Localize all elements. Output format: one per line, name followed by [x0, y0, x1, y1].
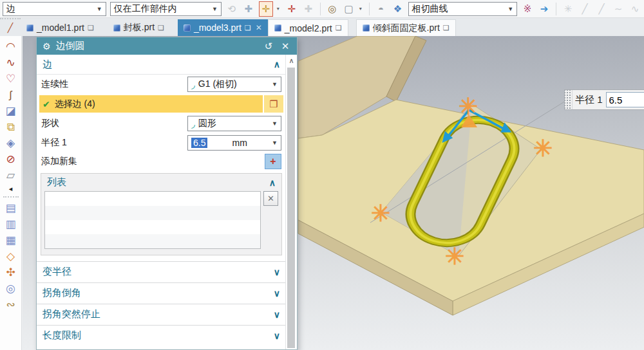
- selection-scope-icon[interactable]: ※: [521, 2, 534, 16]
- close-icon[interactable]: ✕: [256, 23, 262, 32]
- chevron-down-icon[interactable]: ∨: [274, 331, 280, 341]
- scope-filter-dropdown[interactable]: 仅在工作部件内 ▼: [110, 2, 222, 16]
- scroll-up-icon[interactable]: ∧: [286, 55, 297, 66]
- fillet-shape-icon: ◞: [191, 119, 195, 129]
- toolbar-separator: [369, 3, 370, 15]
- tab-model3-active[interactable]: _model3.prt ❏ ✕: [178, 19, 268, 36]
- collapse-arrow-icon[interactable]: ◂: [3, 183, 19, 194]
- dialog-title: 边倒圆: [56, 40, 85, 52]
- edge-marker-right[interactable]: ✳: [533, 135, 553, 161]
- radius-value-selected[interactable]: 6.5: [191, 138, 207, 148]
- studio-spline-icon[interactable]: ∿: [3, 55, 19, 71]
- add-new-set-label: 添加新集: [41, 156, 77, 167]
- select-edge-row[interactable]: ✔ 选择边 (4) ❒: [39, 95, 283, 113]
- part-icon: [363, 24, 370, 32]
- add-new-set-button[interactable]: +: [265, 154, 281, 169]
- dialog-scrollbar[interactable]: ∧: [285, 55, 297, 349]
- curve-rule-dropdown[interactable]: 相切曲线 ▼: [408, 2, 518, 16]
- section-corner-falloff[interactable]: 拐角倒角 ∨: [37, 282, 286, 303]
- callout-radius-input[interactable]: [606, 92, 644, 107]
- section-label: 拐角突然停止: [43, 308, 100, 320]
- close-icon[interactable]: ✕: [279, 41, 291, 52]
- shaded-view-icon[interactable]: ❖: [392, 2, 404, 16]
- select-edge-label: 选择边 (4): [55, 98, 95, 110]
- chevron-down-icon: ▼: [272, 81, 278, 88]
- edge-marker-bottom[interactable]: ✳: [445, 243, 464, 270]
- bridge-curve-icon[interactable]: ʃ: [3, 87, 19, 103]
- radius-callout[interactable]: 半径 1: [564, 89, 644, 110]
- tab-label: 封板.prt: [124, 22, 155, 33]
- chevron-down-icon[interactable]: ∨: [274, 267, 280, 277]
- remove-list-item-button[interactable]: ✕: [263, 191, 278, 206]
- datum-csys-icon[interactable]: ⧉: [3, 119, 19, 135]
- point-dialog-icon[interactable]: ✛: [285, 2, 298, 16]
- popout-icon[interactable]: ❏: [336, 24, 342, 32]
- section-view-icon[interactable]: ▱: [3, 167, 19, 183]
- section-variable-radius[interactable]: 变半径 ∨: [37, 261, 286, 282]
- popout-icon[interactable]: ❏: [245, 24, 251, 32]
- tab-qingxiemian[interactable]: 倾斜面固定板.prt ❏: [356, 19, 456, 36]
- arc-icon[interactable]: ◠: [3, 39, 19, 55]
- radius-input[interactable]: 6.5 mm ▼: [187, 135, 281, 151]
- snap-circle-icon[interactable]: ◎: [326, 2, 339, 16]
- ruled-surface-icon[interactable]: ▤: [3, 200, 19, 216]
- callout-drag-handle[interactable]: [565, 90, 573, 109]
- update-display-icon[interactable]: ⟲: [225, 2, 238, 16]
- line-handle-icon[interactable]: ╱: [0, 18, 21, 36]
- tab-model2[interactable]: _model2.prt ❏: [268, 19, 348, 36]
- chevron-down-icon[interactable]: ▾: [277, 6, 281, 12]
- edge-marker-left[interactable]: ✳: [371, 200, 390, 226]
- reset-icon[interactable]: ↺: [263, 41, 274, 52]
- x-icon: ✕: [267, 194, 274, 203]
- render-style-icon[interactable]: ◓: [375, 2, 388, 16]
- type-filter-dropdown[interactable]: 边 ▼: [3, 2, 106, 16]
- popout-icon[interactable]: ❏: [158, 24, 164, 32]
- tube-icon[interactable]: ◎: [3, 281, 19, 297]
- helix-icon[interactable]: ∾: [3, 297, 19, 313]
- section-label: 长度限制: [43, 329, 81, 342]
- n-sided-surface-icon[interactable]: ✣: [3, 264, 19, 281]
- scrollbar-thumb[interactable]: [287, 68, 295, 348]
- chevron-up-icon[interactable]: ∧: [274, 59, 280, 69]
- tab-fengban[interactable]: 封板.prt ❏: [108, 19, 170, 36]
- tab-label: _model1.prt: [37, 23, 84, 33]
- tab-model1[interactable]: _model1.prt ❏: [21, 19, 100, 36]
- shape-value: 圆形: [198, 118, 216, 129]
- snap-point-icon[interactable]: ✛: [259, 1, 273, 17]
- move-component-icon[interactable]: ✚: [242, 2, 255, 16]
- section-length-limit[interactable]: 长度限制 ∨: [37, 325, 286, 345]
- lasso-select-icon[interactable]: ▢: [343, 2, 355, 16]
- through-curve-mesh-icon[interactable]: ▦: [3, 232, 19, 248]
- select-edge-button[interactable]: ✔ 选择边 (4): [39, 95, 263, 113]
- datum-plane-icon[interactable]: ◪: [3, 103, 19, 119]
- swept-surface-icon[interactable]: ◇: [3, 248, 19, 264]
- asterisk-tool-icon: ✳: [562, 2, 574, 16]
- through-curves-icon[interactable]: ▥: [3, 216, 19, 232]
- section-label: 拐角倒角: [43, 287, 81, 299]
- chevron-down-icon[interactable]: ∨: [274, 309, 280, 320]
- popout-icon[interactable]: ❏: [443, 24, 450, 32]
- popout-icon[interactable]: ❏: [88, 24, 94, 32]
- dialog-titlebar[interactable]: ⚙ 边倒圆 ↺ ✕: [37, 37, 297, 55]
- shape-label: 形状: [41, 118, 59, 129]
- point-icon[interactable]: ⊘: [3, 151, 19, 167]
- shape-dropdown[interactable]: ◞ 圆形 ▼: [187, 116, 281, 131]
- plus-icon: +: [270, 156, 276, 167]
- section-stop-short[interactable]: 拐角突然停止 ∨: [37, 304, 286, 324]
- forward-icon[interactable]: ➔: [538, 2, 551, 16]
- law-curve-icon[interactable]: ♡: [3, 71, 19, 87]
- edge-marker-top[interactable]: ✳: [459, 93, 478, 120]
- add-set-row: 添加新集 +: [37, 152, 286, 170]
- handle-move-icon: ✚: [302, 2, 315, 16]
- list-section-header[interactable]: 列表 ∧: [44, 174, 278, 191]
- chevron-down-icon[interactable]: ∨: [274, 288, 280, 299]
- chevron-up-icon[interactable]: ∧: [269, 178, 276, 188]
- list-panel: 列表 ∧ ✕: [41, 173, 282, 255]
- body-select-button[interactable]: ❒: [264, 95, 283, 113]
- chevron-down-icon[interactable]: ▾: [359, 6, 364, 12]
- list-label: 列表: [47, 176, 66, 189]
- blend-set-list[interactable]: [44, 191, 261, 249]
- continuity-dropdown[interactable]: ◞ G1 (相切) ▼: [187, 77, 281, 92]
- intersection-plane-icon[interactable]: ◈: [3, 135, 19, 151]
- section-edge[interactable]: 边 ∧: [37, 55, 286, 75]
